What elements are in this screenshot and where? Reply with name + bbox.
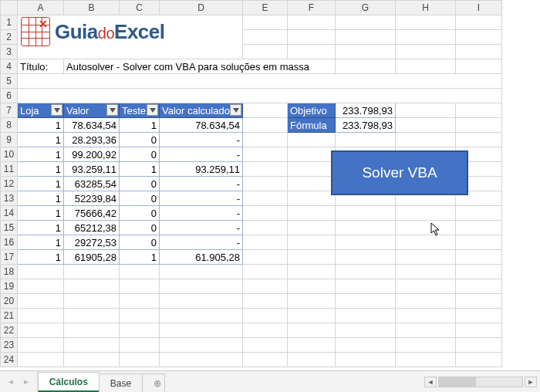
tab-calculos[interactable]: Cálculos xyxy=(38,372,100,392)
col-header[interactable]: B xyxy=(64,1,120,15)
logo: GuiadoExcel xyxy=(21,17,165,46)
nav-next-icon[interactable]: ► xyxy=(20,377,32,386)
scroll-track[interactable] xyxy=(438,377,523,387)
filter-icon[interactable] xyxy=(147,104,158,116)
col-header[interactable]: C xyxy=(120,1,160,15)
row-header[interactable]: 3 xyxy=(1,45,18,59)
objetivo-label: Objetivo xyxy=(288,103,336,118)
filter-icon[interactable] xyxy=(230,104,241,116)
title-value: Autosolver - Solver com VBA para soluçõe… xyxy=(64,59,336,74)
svg-marker-0 xyxy=(54,108,60,113)
tab-base[interactable]: Base xyxy=(99,373,143,392)
col-header[interactable]: H xyxy=(396,1,456,15)
add-sheet-button[interactable]: ⊕ xyxy=(142,373,165,392)
table-header-valor[interactable]: Valor xyxy=(64,103,120,118)
col-header[interactable]: A xyxy=(18,1,64,15)
horizontal-scrollbar[interactable]: ◄ ► xyxy=(424,371,540,392)
svg-marker-3 xyxy=(233,108,239,113)
svg-marker-1 xyxy=(110,108,116,113)
select-all-corner[interactable] xyxy=(1,1,18,15)
col-header[interactable]: I xyxy=(456,1,502,15)
logo-icon xyxy=(21,17,50,46)
table-header-teste[interactable]: Teste xyxy=(120,103,160,118)
col-header[interactable]: E xyxy=(243,1,288,15)
table-header-valorcalc[interactable]: Valor calculado xyxy=(160,103,243,118)
table-row[interactable]: 14175666,420- xyxy=(1,206,541,221)
formula-value: 233.798,93 xyxy=(336,118,396,133)
scroll-left-icon[interactable]: ◄ xyxy=(424,377,437,387)
logo-text: GuiadoExcel xyxy=(55,20,165,44)
row-header[interactable]: 1 xyxy=(1,15,18,30)
col-header[interactable]: D xyxy=(160,1,243,15)
spreadsheet-grid[interactable]: A B C D E F G H I 1 GuiadoExcel 2 3 xyxy=(0,0,540,370)
table-row[interactable]: 17161905,28161.905,28 xyxy=(1,250,541,265)
title-label: Título: xyxy=(18,59,64,74)
row-header[interactable]: 2 xyxy=(1,30,18,45)
table-row[interactable]: 8 1 78.634,54 1 78.634,54 Fórmula 233.79… xyxy=(1,118,541,133)
table-header-loja[interactable]: Loja xyxy=(18,103,64,118)
row-header[interactable]: 6 xyxy=(1,89,18,103)
filter-icon[interactable] xyxy=(106,104,118,116)
sheet-tab-bar: ◄ ► Cálculos Base ⊕ ◄ ► xyxy=(0,370,540,392)
row-header[interactable]: 7 xyxy=(1,103,18,118)
scroll-right-icon[interactable]: ► xyxy=(525,377,537,387)
tab-nav-arrows[interactable]: ◄ ► xyxy=(0,371,38,392)
solver-vba-button[interactable]: Solver VBA xyxy=(331,150,468,195)
column-header-row[interactable]: A B C D E F G H I xyxy=(1,1,541,15)
table-row[interactable]: 9128.293,360- xyxy=(1,133,541,147)
row-header[interactable]: 4 xyxy=(1,59,18,74)
col-header[interactable]: F xyxy=(288,1,336,15)
objetivo-value: 233.798,93 xyxy=(336,103,396,118)
svg-marker-2 xyxy=(150,108,156,113)
col-header[interactable]: G xyxy=(336,1,396,15)
row-header[interactable]: 5 xyxy=(1,74,18,89)
nav-prev-icon[interactable]: ◄ xyxy=(5,377,17,386)
row-header[interactable]: 8 xyxy=(1,118,18,133)
filter-icon[interactable] xyxy=(51,104,62,116)
table-row[interactable]: 15165212,380- xyxy=(1,221,541,235)
formula-label: Fórmula xyxy=(288,118,336,133)
table-row[interactable]: 16129272,530- xyxy=(1,235,541,250)
